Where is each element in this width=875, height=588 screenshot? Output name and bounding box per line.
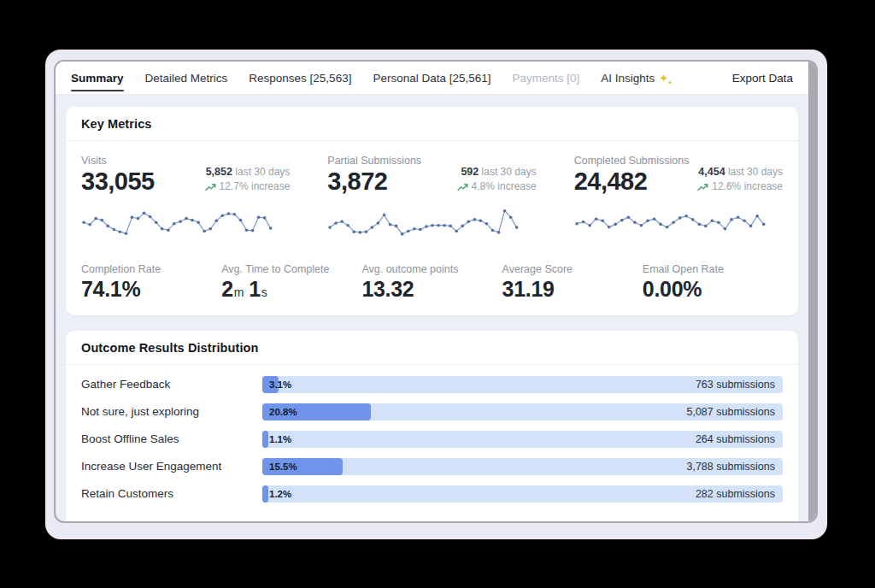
- trend-up-icon: [697, 183, 709, 191]
- metric-label: Visits: [81, 155, 155, 167]
- tab-responses-25-563[interactable]: Responses [25,563]: [249, 62, 351, 94]
- outcome-distribution-title: Outcome Results Distribution: [66, 331, 798, 365]
- outcome-submissions: 3,788 submissions: [686, 461, 775, 473]
- outcome-percentage: 20.8%: [269, 407, 297, 417]
- tab-label: Summary: [71, 72, 124, 85]
- vertical-scrollbar[interactable]: [808, 62, 816, 521]
- tab-bar: SummaryDetailed MetricsResponses [25,563…: [56, 62, 808, 95]
- outcome-submissions: 5,087 submissions: [686, 406, 775, 418]
- trend-text: 4.8% increase: [472, 179, 537, 194]
- outcome-row: Boost Offline Sales1.1%264 submissions: [81, 431, 783, 448]
- dashboard-window: SummaryDetailed MetricsResponses [25,563…: [54, 60, 818, 523]
- metric-label: Completion Rate: [81, 263, 221, 275]
- outcome-submissions: 264 submissions: [696, 433, 775, 445]
- metric-value: 31.19: [502, 278, 643, 302]
- tab-label: Personal Data [25,561]: [373, 72, 490, 85]
- outcome-bar-track: 3.1%763 submissions: [262, 376, 783, 393]
- metric-value: 74.1%: [81, 278, 221, 302]
- app-window-frame: SummaryDetailed MetricsResponses [25,563…: [45, 50, 827, 539]
- metric-avg-time-to-complete: Avg. Time to Complete2m1s: [221, 263, 361, 302]
- dashboard-content: Key Metrics Visits33,0555,852 last 30 da…: [56, 95, 808, 521]
- outcome-bar-track: 15.5%3,788 submissions: [262, 458, 783, 475]
- metric-label: Average Score: [502, 263, 643, 275]
- outcome-bar-fill: [262, 431, 268, 448]
- tab-label: Detailed Metrics: [145, 72, 228, 85]
- outcome-percentage: 15.5%: [269, 462, 297, 472]
- outcome-bar-track: 1.1%264 submissions: [262, 431, 783, 448]
- trend-up-icon: [205, 183, 217, 191]
- tab-label: Responses [25,563]: [249, 72, 351, 85]
- tab-payments-0[interactable]: Payments [0]: [513, 62, 580, 94]
- metric-visits: Visits33,0555,852 last 30 days12.7% incr…: [81, 155, 290, 243]
- metric-value: 3,872: [327, 168, 421, 196]
- metric-value: 33,055: [81, 168, 155, 196]
- metric-recent-stat: 592 last 30 days4.8% increase: [457, 155, 537, 195]
- key-metrics-card: Key Metrics Visits33,0555,852 last 30 da…: [66, 107, 798, 315]
- tab-ai-insights[interactable]: AI Insights✦✦: [601, 62, 668, 94]
- tab-label: Payments [0]: [513, 72, 580, 85]
- metric-label: Email Open Rate: [643, 263, 783, 275]
- tab-detailed-metrics[interactable]: Detailed Metrics: [145, 62, 228, 94]
- outcome-bar-fill: [262, 485, 268, 503]
- metric-value: 2m1s: [221, 278, 361, 302]
- recent-suffix: last 30 days: [725, 166, 783, 178]
- key-metrics-title: Key Metrics: [66, 107, 798, 141]
- tab-summary[interactable]: Summary: [71, 62, 124, 94]
- trend-text: 12.6% increase: [712, 179, 783, 194]
- recent-suffix: last 30 days: [479, 166, 536, 178]
- metric-value: 0.00%: [643, 278, 783, 302]
- metric-partial-submissions: Partial Submissions3,872592 last 30 days…: [327, 155, 536, 243]
- recent-count: 592: [461, 166, 479, 178]
- outcome-percentage: 3.1%: [269, 379, 291, 390]
- outcome-label: Gather Feedback: [81, 378, 262, 391]
- outcome-submissions: 282 submissions: [696, 488, 775, 500]
- metric-label: Completed Submissions: [574, 155, 690, 167]
- metric-value: 24,482: [574, 168, 690, 196]
- sparkline-chart: [574, 202, 766, 243]
- outcome-percentage: 1.1%: [269, 434, 291, 444]
- outcome-bar-track: 1.2%282 submissions: [262, 485, 783, 503]
- metric-completed-submissions: Completed Submissions24,4824,454 last 30…: [574, 155, 783, 243]
- recent-count: 5,852: [206, 166, 232, 178]
- metric-recent-stat: 5,852 last 30 days12.7% increase: [205, 155, 291, 195]
- export-data-button[interactable]: Export Data: [732, 72, 793, 85]
- trend-text: 12.7% increase: [220, 179, 291, 194]
- outcome-percentage: 1.2%: [269, 489, 291, 499]
- outcome-bar-track: 20.8%5,087 submissions: [262, 403, 783, 420]
- sparkle-icon: ✦✦: [659, 73, 668, 84]
- trend-up-icon: [457, 183, 469, 191]
- sparkline-chart: [81, 202, 273, 243]
- outcome-distribution-card: Outcome Results Distribution Gather Feed…: [66, 331, 798, 521]
- outcome-label: Not sure, just exploring: [81, 405, 262, 418]
- outcome-label: Retain Customers: [81, 487, 262, 500]
- outcome-row: Not sure, just exploring20.8%5,087 submi…: [81, 403, 783, 420]
- metric-value: 13.32: [361, 278, 502, 302]
- metric-label: Avg. outcome points: [361, 263, 502, 275]
- primary-metrics-grid: Visits33,0555,852 last 30 days12.7% incr…: [81, 155, 783, 243]
- outcome-label: Increase User Engagement: [81, 460, 262, 473]
- outcome-submissions: 763 submissions: [696, 379, 775, 391]
- recent-count: 4,454: [698, 166, 725, 178]
- metric-recent-stat: 4,454 last 30 days12.6% increase: [697, 155, 783, 195]
- metric-completion-rate: Completion Rate74.1%: [81, 263, 221, 302]
- metric-label: Avg. Time to Complete: [221, 263, 361, 275]
- recent-suffix: last 30 days: [232, 166, 290, 178]
- outcome-row: Retain Customers1.2%282 submissions: [81, 485, 783, 503]
- outcome-row: Increase User Engagement15.5%3,788 submi…: [81, 458, 783, 475]
- outcome-label: Boost Offline Sales: [81, 432, 262, 445]
- outcome-row: Gather Feedback3.1%763 submissions: [81, 376, 783, 393]
- metric-email-open-rate: Email Open Rate0.00%: [643, 263, 783, 302]
- metric-avg-outcome-points: Avg. outcome points13.32: [361, 263, 502, 302]
- sparkline-chart: [327, 202, 520, 243]
- tab-personal-data-25-561[interactable]: Personal Data [25,561]: [373, 62, 490, 94]
- metric-label: Partial Submissions: [327, 155, 421, 167]
- metric-average-score: Average Score31.19: [502, 263, 643, 302]
- outcome-rows: Gather Feedback3.1%763 submissionsNot su…: [66, 365, 798, 503]
- tab-label: AI Insights: [601, 72, 655, 85]
- secondary-metrics-grid: Completion Rate74.1%Avg. Time to Complet…: [81, 263, 783, 302]
